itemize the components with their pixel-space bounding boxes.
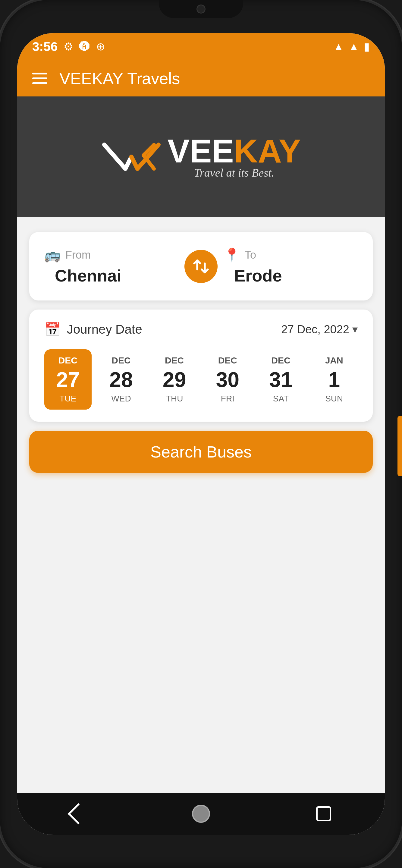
- logo-tagline: Travel at its Best.: [167, 166, 301, 179]
- date-item-4[interactable]: DEC 31 SAT: [257, 349, 305, 410]
- date-month-5: JAN: [325, 355, 343, 366]
- swap-button[interactable]: [184, 250, 218, 283]
- date-day-4: SAT: [273, 394, 289, 404]
- date-num-0: 27: [56, 369, 80, 390]
- to-label: 📍 To: [224, 247, 358, 263]
- calendar-icon: 📅: [44, 321, 61, 337]
- status-right: ▲ ▲ ▮: [333, 40, 370, 53]
- date-num-1: 28: [110, 369, 133, 390]
- route-from[interactable]: 🚌 From Chennai: [44, 247, 178, 285]
- date-selected[interactable]: 27 Dec, 2022 ▾: [281, 323, 358, 336]
- phone-screen: 3:56 ⚙ 🅐 ⊕ ▲ ▲ ▮ VEEKAY Travels: [17, 33, 385, 835]
- phone-camera: [196, 4, 206, 13]
- date-header: 📅 Journey Date 27 Dec, 2022 ▾: [44, 321, 358, 337]
- from-label: 🚌 From: [44, 247, 178, 263]
- date-item-1[interactable]: DEC 28 WED: [98, 349, 145, 410]
- recents-square-icon: [316, 806, 331, 821]
- phone-frame: 3:56 ⚙ 🅐 ⊕ ▲ ▲ ▮ VEEKAY Travels: [0, 0, 402, 868]
- date-picker-row: DEC 27 TUE DEC 28 WED DEC 29 THU: [44, 349, 358, 410]
- app-title: VEEKAY Travels: [59, 69, 180, 88]
- date-month-4: DEC: [271, 355, 290, 366]
- side-button: [398, 416, 402, 476]
- battery-icon: ▮: [364, 40, 370, 53]
- back-button[interactable]: [66, 802, 90, 826]
- date-item-5[interactable]: JAN 1 SUN: [310, 349, 358, 410]
- date-day-2: THU: [166, 394, 183, 404]
- journey-route-card: 🚌 From Chennai 📍: [29, 232, 373, 301]
- phone-notch: [159, 0, 243, 18]
- swap-icon: [192, 257, 210, 276]
- chevron-down-icon: ▾: [352, 323, 358, 336]
- date-card: 📅 Journey Date 27 Dec, 2022 ▾ DEC 27 TUE: [29, 310, 373, 422]
- status-time: 3:56: [32, 39, 58, 54]
- settings-icon: ⚙: [64, 40, 73, 53]
- logo-section: VEE KAY Travel at its Best.: [17, 96, 385, 217]
- a-status-icon: 🅐: [79, 40, 90, 53]
- veekay-logo-icon: [101, 138, 161, 175]
- signal-icon: ▲: [348, 40, 359, 53]
- date-num-4: 31: [269, 369, 292, 390]
- date-item-2[interactable]: DEC 29 THU: [151, 349, 198, 410]
- status-left: 3:56 ⚙ 🅐 ⊕: [32, 39, 105, 54]
- logo-kay: KAY: [234, 134, 301, 167]
- date-item-3[interactable]: DEC 30 FRI: [204, 349, 251, 410]
- logo-text-area: VEE KAY Travel at its Best.: [167, 134, 301, 179]
- date-item-0[interactable]: DEC 27 TUE: [44, 349, 92, 410]
- route-to[interactable]: 📍 To Erode: [224, 247, 358, 285]
- bus-icon: 🚌: [44, 247, 61, 263]
- main-content: 🚌 From Chennai 📍: [17, 217, 385, 793]
- to-city: Erode: [224, 266, 358, 285]
- date-label: 📅 Journey Date: [44, 321, 142, 337]
- date-num-5: 1: [328, 369, 340, 390]
- logo-vee: VEE: [167, 134, 234, 167]
- search-buses-button[interactable]: Search Buses: [29, 431, 373, 473]
- hamburger-menu-button[interactable]: [32, 73, 47, 84]
- pin-icon: 📍: [224, 247, 240, 263]
- status-bar: 3:56 ⚙ 🅐 ⊕ ▲ ▲ ▮: [17, 33, 385, 60]
- date-num-2: 29: [163, 369, 186, 390]
- date-day-3: FRI: [221, 394, 235, 404]
- from-city: Chennai: [44, 266, 178, 285]
- date-day-0: TUE: [59, 394, 76, 404]
- home-circle-icon: [192, 805, 210, 823]
- date-month-2: DEC: [165, 355, 184, 366]
- location-status-icon: ⊕: [96, 40, 105, 53]
- home-button[interactable]: [189, 802, 213, 826]
- date-month-3: DEC: [218, 355, 237, 366]
- date-day-5: SUN: [325, 394, 343, 404]
- logo-container: VEE KAY Travel at its Best.: [101, 134, 301, 179]
- date-day-1: WED: [111, 394, 131, 404]
- date-month-1: DEC: [112, 355, 130, 366]
- app-bar: VEEKAY Travels: [17, 60, 385, 96]
- journey-route: 🚌 From Chennai 📍: [44, 247, 358, 285]
- recents-button[interactable]: [312, 802, 336, 826]
- date-month-0: DEC: [58, 355, 78, 366]
- wifi-icon: ▲: [333, 40, 344, 53]
- bottom-nav: [17, 793, 385, 835]
- date-num-3: 30: [216, 369, 239, 390]
